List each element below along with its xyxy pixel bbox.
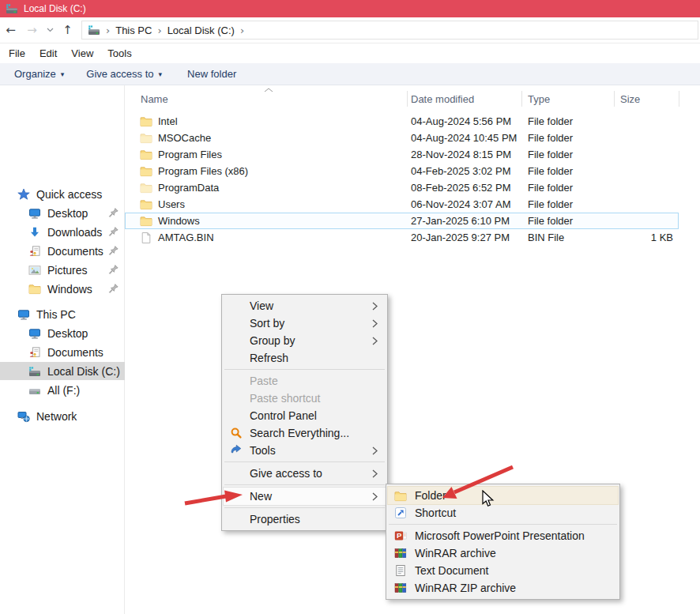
download-arrow-icon bbox=[28, 226, 41, 239]
menu-bar: File Edit View Tools bbox=[0, 43, 700, 63]
annotation-arrow-to-folder bbox=[436, 463, 518, 503]
sidebar-item-this-pc[interactable]: This PC bbox=[0, 305, 125, 323]
back-icon[interactable]: ← bbox=[0, 23, 21, 37]
sidebar-item-network[interactable]: Network bbox=[0, 407, 125, 425]
recent-locations-chevron-icon[interactable] bbox=[43, 26, 57, 34]
context-menu-item-give-access-to[interactable]: Give access to bbox=[224, 465, 386, 482]
file-row-windows[interactable]: Windows 27-Jan-2025 6:10 PMFile folder bbox=[125, 213, 679, 229]
file-icon bbox=[140, 232, 152, 244]
submenu-item-winrar-archive[interactable]: WinRAR archive bbox=[388, 544, 618, 562]
context-menu-item-control-panel[interactable]: Control Panel bbox=[224, 407, 386, 424]
folder-icon bbox=[140, 215, 152, 227]
file-row-program-files-x86[interactable]: Program Files (x86) 04-Feb-2025 3:02 PMF… bbox=[125, 163, 679, 179]
file-row-users[interactable]: Users 06-Nov-2024 3:07 AMFile folder bbox=[125, 196, 679, 213]
powerpoint-icon bbox=[394, 529, 407, 542]
sidebar-item-downloads[interactable]: Downloads bbox=[0, 223, 125, 241]
organize-button[interactable]: Organize▾ bbox=[14, 68, 64, 80]
column-divider[interactable] bbox=[679, 91, 679, 107]
context-menu-item-view[interactable]: View bbox=[224, 297, 386, 315]
context-menu-item-paste[interactable]: Paste bbox=[224, 372, 386, 390]
give-access-to-button[interactable]: Give access to▾ bbox=[86, 68, 162, 80]
title-bar: Local Disk (C:) bbox=[0, 0, 700, 17]
submenu-item-powerpoint-presentation[interactable]: Microsoft PowerPoint Presentation bbox=[388, 527, 618, 544]
submenu-arrow-icon bbox=[372, 319, 378, 328]
column-header-date-modified[interactable]: Date modified bbox=[411, 93, 474, 105]
file-row-programdata[interactable]: ProgramData 08-Feb-2025 6:52 PMFile fold… bbox=[125, 179, 679, 196]
submenu-item-text-document[interactable]: Text Document bbox=[388, 562, 618, 579]
network-icon bbox=[17, 410, 30, 423]
chevron-down-icon: ▾ bbox=[61, 70, 65, 78]
chevron-down-icon: ▾ bbox=[159, 70, 163, 78]
computer-icon bbox=[17, 308, 30, 321]
submenu-arrow-icon bbox=[372, 446, 378, 455]
monitor-icon bbox=[28, 327, 41, 340]
tools-icon bbox=[230, 444, 243, 457]
context-menu-item-refresh[interactable]: Refresh bbox=[224, 349, 386, 367]
context-menu-item-tools[interactable]: Tools bbox=[224, 442, 386, 459]
pin-icon bbox=[107, 264, 119, 276]
sidebar-item-documents[interactable]: Documents bbox=[0, 242, 125, 260]
column-divider[interactable] bbox=[614, 91, 615, 107]
drive-icon bbox=[6, 3, 18, 14]
winrar-icon bbox=[394, 582, 407, 594]
column-header-size[interactable]: Size bbox=[620, 93, 640, 105]
menu-separator bbox=[224, 461, 385, 462]
pictures-icon bbox=[28, 264, 41, 277]
submenu-arrow-icon bbox=[372, 492, 378, 501]
sidebar-item-windows[interactable]: Windows bbox=[0, 280, 125, 298]
breadcrumb-local-disk-c[interactable]: Local Disk (C:) bbox=[167, 24, 235, 36]
new-folder-button[interactable]: New folder bbox=[187, 68, 236, 80]
sidebar-item-desktop[interactable]: Desktop bbox=[0, 204, 125, 222]
sidebar-item-local-disk-c[interactable]: Local Disk (C:) bbox=[0, 362, 125, 380]
file-row-amtag-bin[interactable]: AMTAG.BIN 20-Jan-2025 9:27 PMBIN File1 K… bbox=[125, 229, 679, 246]
breadcrumb-this-pc[interactable]: This PC bbox=[115, 24, 152, 36]
address-bar[interactable]: › This PC › Local Disk (C:) › bbox=[81, 21, 698, 40]
folder-icon bbox=[140, 132, 152, 144]
menu-edit[interactable]: Edit bbox=[32, 47, 64, 59]
context-menu-item-paste-shortcut[interactable]: Paste shortcut bbox=[224, 390, 386, 407]
navigation-bar: ← → ↑ › This PC › Local Disk (C:) › bbox=[0, 17, 700, 43]
context-menu-item-properties[interactable]: Properties bbox=[224, 510, 386, 528]
sidebar-item-all-f[interactable]: All (F:) bbox=[0, 381, 125, 399]
menu-separator bbox=[224, 507, 385, 508]
documents-icon bbox=[28, 245, 41, 258]
column-divider[interactable] bbox=[407, 91, 408, 107]
folder-icon bbox=[140, 165, 152, 177]
sidebar-item-this-pc-documents[interactable]: Documents bbox=[0, 343, 125, 361]
sidebar-item-pictures[interactable]: Pictures bbox=[0, 261, 125, 279]
context-menu-item-search-everything[interactable]: Search Everything... bbox=[224, 424, 386, 442]
file-row-program-files[interactable]: Program Files 28-Nov-2024 8:15 PMFile fo… bbox=[125, 146, 679, 163]
mouse-cursor-icon bbox=[482, 490, 495, 508]
column-header-name[interactable]: Name bbox=[141, 93, 168, 105]
sidebar-item-this-pc-desktop[interactable]: Desktop bbox=[0, 324, 125, 342]
menu-separator bbox=[389, 524, 617, 525]
submenu-item-winrar-zip-archive[interactable]: WinRAR ZIP archive bbox=[388, 579, 618, 597]
submenu-item-shortcut[interactable]: Shortcut bbox=[388, 504, 618, 522]
window-title: Local Disk (C:) bbox=[24, 3, 86, 14]
up-icon[interactable]: ↑ bbox=[57, 23, 78, 37]
folder-icon bbox=[140, 149, 152, 160]
context-menu-item-group-by[interactable]: Group by bbox=[224, 332, 386, 349]
column-divider[interactable] bbox=[521, 91, 522, 107]
folder-icon bbox=[394, 490, 407, 502]
sidebar-item-quick-access[interactable]: Quick access bbox=[0, 185, 125, 203]
menu-separator bbox=[224, 369, 385, 370]
shortcut-icon bbox=[394, 507, 407, 519]
menu-view[interactable]: View bbox=[64, 47, 100, 59]
forward-icon[interactable]: → bbox=[21, 23, 43, 37]
file-row-msocache[interactable]: MSOCache 04-Aug-2024 10:45 PMFile folder bbox=[125, 130, 679, 146]
drive-icon bbox=[28, 366, 41, 377]
search-icon bbox=[230, 427, 243, 439]
drive-icon bbox=[88, 24, 100, 36]
breadcrumb-separator: › bbox=[157, 24, 161, 36]
column-header-type[interactable]: Type bbox=[528, 93, 550, 105]
context-menu-item-sort-by[interactable]: Sort by bbox=[224, 315, 386, 332]
context-menu-item-new[interactable]: New bbox=[224, 488, 386, 505]
menu-tools[interactable]: Tools bbox=[100, 47, 138, 59]
file-row-intel[interactable]: Intel 04-Aug-2024 5:56 PMFile folder bbox=[125, 113, 679, 130]
annotation-arrow-to-new bbox=[180, 488, 247, 509]
folder-icon bbox=[140, 115, 152, 127]
menu-file[interactable]: File bbox=[2, 47, 32, 59]
pin-icon bbox=[107, 226, 119, 238]
pin-icon bbox=[107, 207, 119, 219]
